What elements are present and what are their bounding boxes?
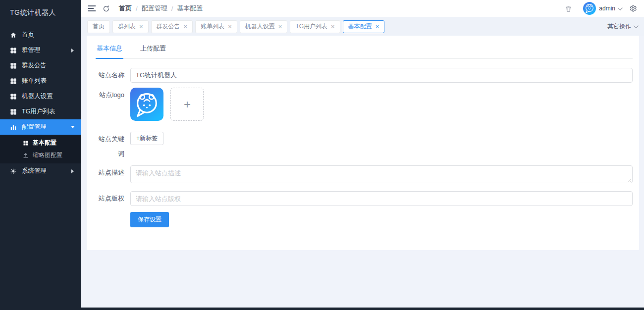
site-keywords-row: 站点关键词 +新标签 [96, 132, 633, 161]
view-tab-strip: 首页 群列表 × 群发公告 × 账单列表 × 机器人设置 × TG用户列表 × … [81, 17, 644, 36]
sidebar-subitem-label: 基本配置 [33, 139, 56, 147]
sidebar-item-label: 配置管理 [22, 123, 47, 131]
tab-label: 首页 [93, 22, 105, 31]
sidebar-item-label: 机器人设置 [22, 92, 53, 101]
sidebar-subitem-basic-config[interactable]: 基本配置 [0, 137, 81, 149]
tab-basic-config[interactable]: 基本配置 × [343, 20, 385, 33]
tab-robot-settings[interactable]: 机器人设置 × [240, 20, 288, 33]
tab-label: 账单列表 [201, 22, 224, 31]
site-description-row: 站点描述 [96, 165, 633, 185]
sidebar-item-broadcast[interactable]: 群发公告 [0, 58, 81, 73]
refresh-icon[interactable] [103, 5, 110, 12]
close-icon[interactable]: × [228, 23, 232, 30]
tab-label: 群列表 [118, 22, 136, 31]
tab-label: 基本配置 [348, 22, 372, 31]
gear-icon [10, 168, 17, 175]
breadcrumb-config-mgmt[interactable]: 配置管理 [142, 4, 167, 13]
sidebar-item-home[interactable]: 首页 [0, 27, 81, 43]
sidebar-item-config-mgmt[interactable]: 配置管理 [0, 119, 81, 135]
chevron-right-icon [71, 49, 74, 52]
sidebar-item-label: 群发公告 [22, 61, 47, 70]
sidebar-subitem-thumbnail-config[interactable]: 缩略图配置 [0, 149, 81, 161]
sidebar-item-system-mgmt[interactable]: 系统管理 [0, 163, 81, 179]
collapse-menu-icon[interactable] [88, 5, 96, 12]
horizontal-scrollbar[interactable] [0, 308, 644, 310]
sidebar-item-group-mgmt[interactable]: 群管理 [0, 43, 81, 58]
sidebar-item-label: 账单列表 [22, 77, 47, 85]
site-name-input[interactable] [130, 68, 633, 83]
top-bar: 首页 / 配置管理 / 基本配置 [81, 0, 644, 17]
breadcrumb-separator: / [136, 5, 138, 12]
site-logo-label: 站点logo [96, 88, 130, 103]
logo-upload-button[interactable]: + [170, 88, 204, 121]
sidebar-menu: 首页 群管理 群发公告 账单列表 [0, 27, 81, 179]
breadcrumb: 首页 / 配置管理 / 基本配置 [119, 4, 203, 13]
avatar[interactable] [583, 2, 596, 15]
tab-upload-config[interactable]: 上传配置 [139, 42, 167, 58]
tab-broadcast[interactable]: 群发公告 × [151, 20, 193, 33]
site-logo-image[interactable] [130, 88, 163, 121]
close-icon[interactable]: × [376, 23, 379, 30]
site-description-label: 站点描述 [96, 165, 130, 180]
save-settings-button[interactable]: 保存设置 [130, 212, 169, 227]
chevron-right-icon [71, 169, 74, 173]
trash-icon[interactable] [565, 5, 572, 12]
tab-label: 机器人设置 [245, 22, 275, 31]
chevron-down-icon [71, 126, 75, 128]
breadcrumb-separator: / [171, 5, 173, 12]
top-bar-right: admin [565, 2, 644, 15]
breadcrumb-basic-config[interactable]: 基本配置 [177, 4, 203, 13]
basic-config-form: 站点名称 站点logo [96, 59, 633, 227]
page-root: TG统计机器人 首页 群管理 群发公告 [0, 0, 644, 310]
sidebar-submenu: 基本配置 缩略图配置 [0, 135, 81, 163]
grid-icon [10, 108, 17, 115]
grid-icon [10, 78, 17, 85]
tab-basic-info[interactable]: 基本信息 [96, 42, 123, 59]
chevron-down-icon [634, 23, 639, 28]
settings-gear-icon[interactable] [629, 4, 637, 12]
site-name-label: 站点名称 [96, 68, 130, 83]
site-description-textarea[interactable] [130, 165, 633, 183]
sidebar-item-bills[interactable]: 账单列表 [0, 73, 81, 89]
close-icon[interactable]: × [278, 23, 282, 30]
tab-tg-users[interactable]: TG用户列表 × [290, 20, 340, 33]
content-tabs: 基本信息 上传配置 [96, 42, 633, 59]
grid-icon [10, 93, 17, 100]
chevron-down-icon [618, 5, 623, 10]
sidebar-item-tg-users[interactable]: TG用户列表 [0, 104, 81, 119]
site-copyright-label: 站点版权 [96, 191, 130, 206]
sidebar-item-robot-settings[interactable]: 机器人设置 [0, 89, 81, 104]
sidebar-subitem-label: 缩略图配置 [33, 151, 62, 159]
sidebar-item-label: TG用户列表 [22, 107, 55, 116]
upload-icon [23, 153, 29, 158]
tab-group-list[interactable]: 群列表 × [112, 20, 149, 33]
user-menu[interactable]: admin [599, 5, 615, 12]
tab-bills[interactable]: 账单列表 × [195, 20, 237, 33]
close-icon[interactable]: × [331, 23, 335, 30]
bar-chart-icon [10, 124, 17, 131]
site-copyright-row: 站点版权 [96, 191, 633, 206]
site-logo-row: 站点logo [96, 88, 633, 121]
breadcrumb-home[interactable]: 首页 [119, 4, 132, 13]
site-copyright-input[interactable] [130, 191, 633, 206]
add-tag-button[interactable]: +新标签 [130, 132, 163, 145]
other-operations-dropdown[interactable]: 其它操作 [607, 22, 637, 31]
tab-home[interactable]: 首页 [87, 20, 110, 33]
sidebar: TG统计机器人 首页 群管理 群发公告 [0, 0, 81, 310]
site-name-row: 站点名称 [96, 68, 633, 83]
other-operations-label: 其它操作 [607, 22, 631, 31]
site-keywords-label: 站点关键词 [96, 132, 130, 161]
grid-icon [10, 62, 17, 69]
main-card: 基本信息 上传配置 站点名称 站点logo [87, 36, 639, 250]
tab-label: 群发公告 [157, 22, 180, 31]
plus-icon: + [184, 98, 191, 111]
sidebar-item-label: 首页 [22, 31, 34, 39]
grid-icon [23, 140, 29, 146]
sidebar-item-label: 群管理 [22, 46, 41, 54]
home-icon [10, 32, 17, 39]
save-row: 保存设置 [96, 211, 633, 227]
tab-label: TG用户列表 [295, 22, 327, 31]
close-icon[interactable]: × [139, 23, 143, 30]
close-icon[interactable]: × [184, 23, 188, 30]
grid-icon [10, 47, 17, 54]
